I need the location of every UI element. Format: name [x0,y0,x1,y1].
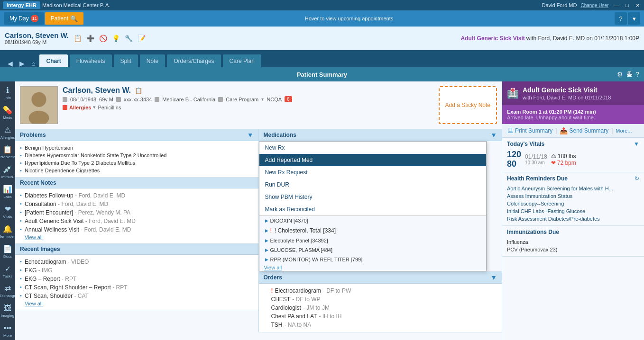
image-item[interactable]: CT Scan, Shoulder - CAT [20,292,254,300]
patient-tools-icon[interactable]: 🔧 [125,35,133,42]
search-icon[interactable]: 🔍 [70,15,78,22]
note-item[interactable]: Consultation - Ford, David E. MD [20,200,254,208]
menu-mark-reconciled[interactable]: Mark as Reconciled [259,203,486,215]
sidebar-item-exchange[interactable]: ⇄ Exchange [0,281,15,300]
recent-images-header[interactable]: Recent Images [15,244,258,255]
menu-show-pbm[interactable]: Show PBM History [259,191,486,203]
help-icon[interactable]: ? [615,12,627,25]
images-view-all[interactable]: View all [20,300,47,307]
note-item[interactable]: Adult Generic Sick Visit - Ford, David E… [20,217,254,225]
note-item[interactable]: Annual Wellness Visit - Ford, David E. M… [20,225,254,234]
reminder-item[interactable]: Aortic Aneurysm Screening for Males with… [507,185,639,192]
summary-settings-icon[interactable]: ⚙ [617,71,623,78]
order-item[interactable]: CHEST - DF to WP [264,295,497,304]
sidebar-item-more[interactable]: ••• More [0,321,15,340]
patient-prohibit-icon[interactable]: 🚫 [99,35,107,42]
add-sticky-note-button[interactable]: Add a Sticky Note [439,86,497,124]
menu-run-dur[interactable]: Run DUR [259,179,486,191]
send-summary-button[interactable]: 📤 Send Summary [560,127,608,134]
note-item[interactable]: Diabetes Follow-up - Ford, David E. MD [20,191,254,200]
reminder-item[interactable]: Assess Immunization Status [507,192,639,200]
sidebar-item-info[interactable]: ℹ Info [0,83,15,102]
sidebar-item-tasks[interactable]: ✓ Tasks [0,262,15,281]
my-day-button[interactable]: My Day 11 [4,12,44,25]
sidebar-item-immunization[interactable]: 💉 Immun. [0,162,15,181]
medications-header[interactable]: Medications ▼ [259,129,502,141]
reminder-item[interactable]: Risk Assessment Diabetes/Pre-diabetes [507,215,639,223]
back-nav[interactable]: ◀ [5,60,16,67]
problems-toggle[interactable]: ▼ [247,131,254,139]
med-item[interactable]: RPR (MONITOR) W/ REFL TITER [799] [259,255,486,264]
immunization-item[interactable]: Influenza [507,238,639,246]
summary-help-icon[interactable]: ? [635,71,639,78]
copy-name-icon[interactable]: 📋 [135,87,142,94]
tab-flowsheets[interactable]: Flowsheets [69,54,112,67]
immunization-item[interactable]: PCV (Pneumovax 23) [507,246,639,253]
vitals-toggle[interactable]: ▼ [634,141,639,147]
minimize-button[interactable]: — [612,2,620,8]
menu-add-reported-med[interactable]: Add Reported Med [259,154,486,166]
patient-button[interactable]: Patient 🔍 [45,12,83,25]
settings-icon[interactable]: ▾ [628,12,640,25]
tab-orders-charges[interactable]: Orders/Charges [166,54,221,67]
med-item[interactable]: !! Cholesterol, Total [334] [259,225,486,236]
problem-item[interactable]: Nicotine Dependence Cigarettes [20,167,254,174]
summary-print-icon[interactable]: 🖶 [626,71,633,78]
tab-split[interactable]: Split [113,54,138,67]
sidebar-item-problems[interactable]: 📋 Problems [0,143,15,162]
med-view-all[interactable]: View all [259,264,287,271]
sidebar-item-imaging[interactable]: 🖼 Imaging [0,301,15,320]
sidebar-item-docs[interactable]: 📄 Docs [0,242,15,261]
sidebar-item-allergies[interactable]: ⚠ Allergies [0,123,15,142]
order-item[interactable]: Cardiologist - JM to JM [264,304,497,312]
ncqa-badge[interactable]: 6 [285,96,292,102]
my-day-label: My Day [9,15,29,22]
order-item[interactable]: ! Electrocardiogram - DF to PW [264,286,497,295]
med-item[interactable]: DIGOXIN [4370] [259,216,486,225]
problem-item[interactable]: Hyperlipidemia Due To Type 2 Diabetes Me… [20,159,254,167]
patient-rx-icon[interactable]: 📝 [138,35,146,42]
patient-add-icon[interactable]: ➕ [86,35,94,42]
forward-nav[interactable]: ▶ [17,60,28,67]
order-item[interactable]: Chest PA and LAT - IH to IH [264,312,497,321]
menu-new-rx[interactable]: New Rx [259,142,486,154]
tab-note[interactable]: Note [139,54,166,67]
home-nav[interactable]: ⌂ [28,60,38,67]
image-item[interactable]: CT Scan, Right Shoulder – Report - RPT [20,283,254,292]
sidebar-item-vitals[interactable]: ❤ Vitals [0,202,15,221]
patient-note-icon[interactable]: 💡 [112,35,120,42]
sidebar-item-reminders[interactable]: 🔔 Reminders [0,222,15,241]
med-item[interactable]: GLUCOSE, PLASMA [484] [259,245,486,255]
patient-header: Carlson, Steven W. 📋 08/10/1948 69y M xx… [15,81,502,129]
orders-header[interactable]: Orders ▼ [259,272,502,284]
tab-chart[interactable]: Chart [39,54,68,67]
more-button[interactable]: More... [616,128,632,134]
problems-header[interactable]: Problems ▼ [15,129,258,141]
allergies-arrow[interactable]: ▾ [93,104,96,110]
image-item[interactable]: Echocardiogram - VIDEO [20,258,254,266]
close-button[interactable]: ✕ [634,2,641,9]
sidebar-item-meds[interactable]: 💊 Meds [0,103,15,122]
patient-chart-icon[interactable]: 📋 [74,35,82,42]
order-item[interactable]: TSH - NA to NA [264,321,497,329]
med-item[interactable]: Electrolyte Panel [34392] [259,236,486,245]
image-item[interactable]: EKG – Report - RPT [20,275,254,283]
maximize-button[interactable]: □ [624,2,630,8]
note-item[interactable]: [Patient Encounter] - Perez, Wendy M. PA [20,208,254,217]
reminder-item[interactable]: Initial CHF Labs--Fasting Glucose [507,207,639,215]
image-item[interactable]: EKG - IMG [20,266,254,275]
medications-toggle[interactable]: ▼ [490,131,497,139]
app-name[interactable]: Intergy EHR [3,1,40,9]
print-summary-button[interactable]: 🖶 Print Summary [507,127,552,134]
problem-item[interactable]: Benign Hypertension [20,144,254,152]
problem-item[interactable]: Diabetes Hyperosmolar Nonketotic State T… [20,152,254,159]
tab-care-plan[interactable]: Care Plan [222,54,262,67]
menu-new-rx-request[interactable]: New Rx Request [259,166,486,179]
recent-notes-header[interactable]: Recent Notes [15,178,258,188]
reminders-refresh-icon[interactable]: ↻ [635,175,639,182]
reminder-item[interactable]: Colonoscopy--Screening [507,200,639,207]
orders-toggle[interactable]: ▼ [490,274,497,281]
sidebar-item-labs[interactable]: 📊 Labs [0,182,15,201]
notes-view-all[interactable]: View all [20,233,47,241]
change-user-link[interactable]: Change User [580,3,608,8]
